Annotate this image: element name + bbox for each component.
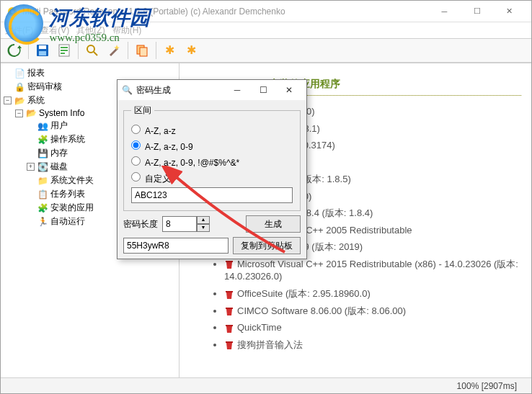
search-button[interactable] xyxy=(83,41,102,60)
app-list-item[interactable]: Microsoft Visual C++ 2015 Redistributabl… xyxy=(224,256,527,285)
svg-rect-24 xyxy=(226,291,233,292)
dialog-close-button[interactable]: ✕ xyxy=(276,85,302,95)
menu-help[interactable]: 帮助(H) xyxy=(112,24,142,37)
password-generator-dialog: 🔍 密码生成 ─ ☐ ✕ 区间 A-Z, a-z A-Z, a-z, 0-9 A… xyxy=(117,79,307,259)
refresh-button[interactable] xyxy=(5,41,24,60)
asterisk-button-2[interactable]: ✱ xyxy=(182,41,201,60)
generate-button[interactable]: 生成 xyxy=(246,215,301,233)
maximize-button[interactable]: ☐ xyxy=(461,1,493,22)
dialog-title-bar[interactable]: 🔍 密码生成 ─ ☐ ✕ xyxy=(118,80,306,100)
menu-view[interactable]: 查看(V) xyxy=(40,24,69,37)
window-title: Multi Password Recovery v.1.2.9 (Portabl… xyxy=(22,6,428,17)
svg-rect-7 xyxy=(61,50,68,51)
memory-icon: 💾 xyxy=(37,148,48,159)
title-bar: Multi Password Recovery v.1.2.9 (Portabl… xyxy=(1,1,531,22)
save-button[interactable] xyxy=(33,41,52,60)
disk-icon: 💽 xyxy=(37,161,48,173)
menu-other[interactable]: 其他(Z) xyxy=(76,24,105,37)
menu-file[interactable]: 文件(F) xyxy=(5,24,33,37)
svg-text:✱: ✱ xyxy=(187,44,196,56)
run-icon: 🏃 xyxy=(37,216,48,228)
radio-option-4[interactable]: 自定义 xyxy=(131,170,293,187)
length-input[interactable] xyxy=(162,216,197,232)
task-icon: 📋 xyxy=(37,189,48,200)
result-input[interactable] xyxy=(123,238,229,254)
spin-down-icon[interactable]: ▼ xyxy=(197,224,210,232)
toolbar: ✱ ✱ xyxy=(1,38,531,63)
apps-icon: 🧩 xyxy=(37,202,48,214)
folder-icon: 📁 xyxy=(37,175,48,187)
folder-open-icon: 📂 xyxy=(25,107,37,119)
user-icon: 👥 xyxy=(37,120,48,132)
svg-rect-3 xyxy=(39,45,46,49)
result-row: 复制到剪贴板 xyxy=(123,237,301,254)
radio-option-3[interactable]: A-Z, a-z, 0-9, !@#$%^&* xyxy=(131,154,293,170)
radio-option-1[interactable]: A-Z, a-z xyxy=(131,122,293,138)
range-legend: 区间 xyxy=(131,104,154,117)
range-fieldset: 区间 A-Z, a-z A-Z, a-z, 0-9 A-Z, a-z, 0-9,… xyxy=(123,104,301,211)
report-button[interactable] xyxy=(55,41,74,60)
length-row: 密码长度 ▲▼ 生成 xyxy=(123,215,301,233)
menu-bar: 文件(F) 查看(V) 其他(Z) 帮助(H) xyxy=(1,22,531,38)
status-bar: 100% [2907ms] xyxy=(1,377,531,393)
svg-point-1 xyxy=(10,9,14,14)
report-icon: 📄 xyxy=(14,68,25,79)
app-list-item[interactable]: 搜狗拼音输入法 xyxy=(224,336,527,354)
wand-button[interactable] xyxy=(105,41,123,60)
folder-open-icon: 📂 xyxy=(14,95,25,107)
expand-icon[interactable]: + xyxy=(27,163,35,171)
svg-rect-6 xyxy=(61,47,68,48)
search-icon: 🔍 xyxy=(122,85,133,95)
custom-charset-input[interactable] xyxy=(131,187,293,203)
collapse-icon[interactable]: − xyxy=(15,109,23,117)
svg-rect-26 xyxy=(226,325,233,326)
asterisk-button-1[interactable]: ✱ xyxy=(161,41,179,60)
svg-text:✱: ✱ xyxy=(165,44,174,56)
svg-rect-4 xyxy=(39,51,46,55)
windows-icon: 🧩 xyxy=(37,134,48,145)
minimize-button[interactable]: ─ xyxy=(428,1,461,22)
svg-rect-8 xyxy=(61,53,65,54)
dialog-minimize-button[interactable]: ─ xyxy=(224,85,250,95)
app-list-item[interactable]: QuickTime xyxy=(224,319,527,336)
spin-up-icon[interactable]: ▲ xyxy=(197,216,210,224)
collapse-icon[interactable]: − xyxy=(4,97,12,104)
app-list-item[interactable]: CIMCO Software 8.06.00 (版本: 8.06.00) xyxy=(224,303,527,320)
radio-option-2[interactable]: A-Z, a-z, 0-9 xyxy=(131,138,293,154)
svg-rect-25 xyxy=(226,308,233,309)
app-icon xyxy=(6,6,18,17)
dialog-title: 密码生成 xyxy=(136,84,224,97)
copy-clipboard-button[interactable]: 复制到剪贴板 xyxy=(233,237,301,254)
status-text: 100% [2907ms] xyxy=(457,381,517,391)
svg-point-9 xyxy=(87,45,94,53)
copy-button[interactable] xyxy=(133,41,151,60)
dialog-maximize-button[interactable]: ☐ xyxy=(250,85,276,95)
length-label: 密码长度 xyxy=(123,218,158,230)
length-spinner[interactable]: ▲▼ xyxy=(162,216,213,232)
svg-rect-23 xyxy=(226,261,233,262)
tree-reports[interactable]: 📄报表 xyxy=(4,67,177,79)
lock-icon: 🔒 xyxy=(14,81,25,93)
svg-rect-27 xyxy=(226,341,233,343)
app-list-item[interactable]: OfficeSuite (版本: 2.95.18960.0) xyxy=(224,285,527,303)
svg-rect-11 xyxy=(140,48,147,56)
close-button[interactable]: ✕ xyxy=(493,1,526,22)
